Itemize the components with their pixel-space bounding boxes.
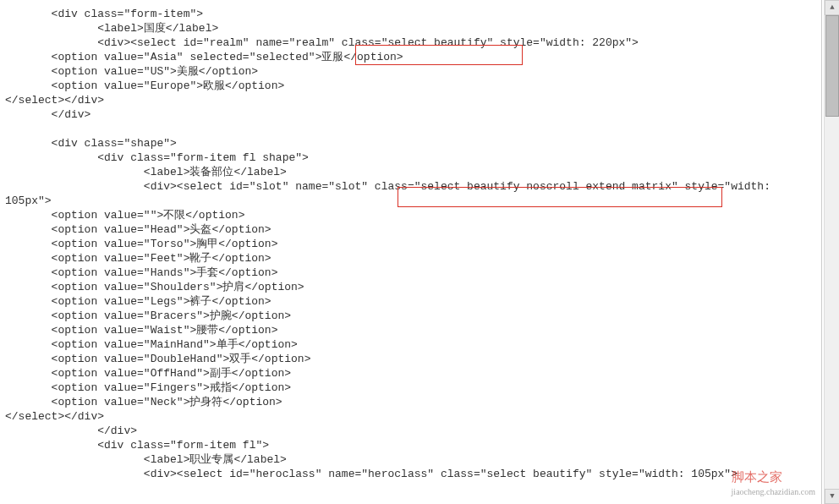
code-viewport: <div class="form-item"> <label>国度</label… [0, 0, 822, 504]
vertical-scrollbar[interactable]: ▲ ▼ [824, 0, 839, 504]
scroll-up-arrow-icon[interactable]: ▲ [825, 0, 839, 15]
code-content: <div class="form-item"> <label>国度</label… [0, 0, 821, 481]
watermark-main: 脚本之家 [732, 470, 782, 484]
scrollbar-thumb[interactable] [825, 15, 839, 117]
watermark: 脚本之家 jiaocheng.chazidian.com [732, 470, 815, 499]
watermark-sub: jiaocheng.chazidian.com [732, 485, 815, 499]
scroll-down-arrow-icon[interactable]: ▼ [825, 489, 839, 504]
